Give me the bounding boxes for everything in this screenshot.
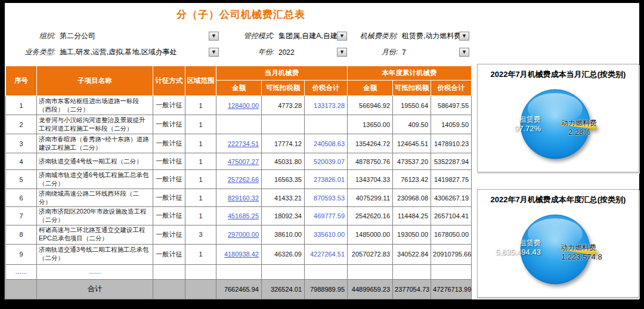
region-cell: 1: [185, 134, 216, 153]
year-total-cell: 1419827.75: [431, 170, 472, 189]
month-amount-total-cell: 7662465.94: [216, 279, 262, 299]
method-cell: 一般计征: [153, 134, 185, 153]
pie-value-fuel: 1,223,574.8: [561, 252, 602, 261]
col-header-seq: 序号: [6, 66, 37, 96]
year-filter-value[interactable]: 2022: [278, 48, 337, 57]
region-cell: 1: [185, 244, 216, 264]
pie-label-fuel: 动力燃料费: [561, 243, 596, 253]
year-amount-cell: 4075299.11: [348, 189, 393, 207]
seq-cell: 4: [6, 153, 37, 170]
month-amount-cell: 4180938.42: [216, 244, 262, 264]
table-row: 4济南轨道交通4号线一期工程（二分）一般计征1475007.2745031.80…: [6, 153, 472, 170]
project-name-cell: 龙脊河与小汉峪沟河道整治及景观提升工程河道工程施工一标段（二分）: [37, 115, 153, 134]
year-tax-cell: 124645.51: [393, 134, 431, 153]
sub-header-y-amount: 金额: [348, 81, 393, 96]
month-total-cell: 335610.00: [305, 225, 348, 244]
chevron-down-icon: ▼: [339, 50, 345, 55]
year-filter-label: 年份:: [219, 47, 278, 57]
org-dropdown-button[interactable]: ▼: [209, 32, 219, 41]
project-name-cell: 济南城市轨道交通6号线工程施工总承包（二分）: [37, 170, 153, 189]
year-amount-cell: 4878750.76: [348, 153, 393, 170]
month-grand-total-cell: 7988989.95: [305, 279, 348, 299]
month-total-cell: 469777.59: [305, 207, 348, 225]
method-cell: 一般计征: [153, 207, 185, 225]
month-total-cell: 133173.28: [305, 96, 348, 115]
col-header-method: 计征方式: [153, 66, 185, 96]
chevron-down-icon: ▼: [462, 50, 467, 55]
month-total-cell: 273826.01: [305, 170, 348, 189]
fee-type-dropdown-button[interactable]: ▼: [459, 32, 469, 41]
region-cell: 1: [185, 153, 216, 170]
method-cell: [153, 264, 185, 279]
sub-header-y-tax: 可抵扣税额: [393, 81, 431, 96]
month-amount-link[interactable]: 4180938.42: [224, 251, 259, 258]
month-filter-value[interactable]: 7: [402, 48, 459, 57]
method-cell: [153, 279, 185, 299]
month-tax-cell: [262, 264, 305, 279]
year-tax-cell: 193050.00: [393, 225, 431, 244]
project-name-cell: ……: [37, 264, 153, 279]
table-row: 8柯诸高速与二环北路互通立交建设工程EPC总承包项目（二分）一般计征329700…: [6, 225, 472, 244]
total-label-cell: 合计: [37, 279, 153, 299]
pie-value-rental: 97.72%: [515, 124, 541, 133]
sub-header-m-amount: 金额: [216, 81, 262, 96]
month-tax-cell: 45031.80: [262, 153, 305, 170]
region-cell: 3: [185, 225, 216, 244]
month-amount-link[interactable]: 257262.66: [228, 176, 259, 183]
project-name-cell: 济南市东客站枢纽进出场道路一标段（西段）（二分）: [37, 96, 153, 115]
fee-type-filter-value[interactable]: 租赁费,动力燃料费: [402, 31, 459, 41]
year-total-cell: 586497.55: [431, 96, 472, 115]
org-filter-value[interactable]: 第二分公司: [60, 31, 209, 41]
month-amount-link[interactable]: 475007.27: [228, 158, 259, 165]
ellipsis-row: …………: [6, 264, 472, 279]
group-header-year: 本年度累计机械费: [348, 66, 472, 81]
sub-header-m-tax: 可抵扣税额: [262, 81, 305, 96]
method-cell: 一般计征: [153, 153, 185, 170]
biz-type-dropdown-button[interactable]: ▼: [209, 48, 219, 57]
month-amount-link[interactable]: 829160.32: [228, 194, 259, 202]
seq-cell: 5: [6, 170, 37, 189]
month-tax-cell: 41433.21: [262, 189, 305, 207]
chevron-down-icon: ▼: [462, 33, 467, 39]
year-amount-cell: 566946.92: [348, 96, 393, 115]
region-cell: 1: [185, 207, 216, 225]
month-total-cell: 870593.53: [305, 189, 348, 207]
col-header-region: 区域范围: [185, 66, 216, 96]
table-row: 7济南市济阳区2020年市政设施改造工程（二分）一般计征1451685.2518…: [6, 207, 472, 225]
page-title: 分（子）公司机械费汇总表: [5, 8, 477, 21]
month-tax-cell: 38610.00: [262, 225, 305, 244]
fee-type-filter-label: 机械费类别:: [347, 31, 402, 41]
year-tax-cell: [393, 264, 431, 279]
biz-type-filter-value[interactable]: 施工,研发,运营,虚拟,基地,区域办事处: [60, 47, 209, 57]
year-amount-cell: 1485000.00: [348, 225, 393, 244]
mode-dropdown-button[interactable]: ▼: [337, 32, 347, 41]
year-dropdown-button[interactable]: ▼: [337, 48, 347, 57]
month-total-cell: 520039.07: [305, 153, 348, 170]
region-cell: 1: [185, 115, 216, 134]
year-amount-cell: 1354264.72: [348, 134, 393, 153]
month-amount-link[interactable]: 128400.00: [228, 102, 259, 109]
month-amount-cell: 128400.00: [216, 96, 262, 115]
year-tax-cell: 473537.20: [393, 153, 431, 170]
method-cell: 一般计征: [153, 244, 185, 264]
month-amount-link[interactable]: 451685.25: [228, 212, 259, 220]
pie-label-fuel: 动力燃料费: [561, 118, 597, 128]
month-amount-link[interactable]: 297000.00: [228, 231, 259, 238]
year-amount-total-cell: 44899659.23: [348, 279, 393, 299]
month-dropdown-button[interactable]: ▼: [459, 48, 469, 57]
machinery-fee-table: 序号 子项目名称 计征方式 区域范围 当月机械费 本年度累计机械费 金额 可抵扣…: [5, 66, 472, 299]
sub-header-y-total: 价税合计: [431, 81, 472, 96]
month-total-cell: [305, 264, 348, 279]
pie-chart-panel-month: 2022年7月机械费成本当月汇总(按类别) 租赁费 97.72% 动: [477, 64, 639, 172]
month-amount-cell: 297000.00: [216, 225, 262, 244]
filter-row-2: 业务类型: 施工,研发,运营,虚拟,基地,区域办事处 ▼ 年份: 2022 ▼ …: [11, 44, 482, 60]
filter-row-1: 组织: 第二分公司 ▼ 管控模式: 集团属,自建A,自建B ▼ 机械费类别: 租…: [11, 28, 482, 44]
table-row: 3济南市春暄路（春秀路~经十东路）道路建设工程施工（二分）一般计征1222734…: [6, 134, 472, 153]
month-amount-cell: 829160.32: [216, 189, 262, 207]
chevron-down-icon: ▼: [211, 33, 216, 39]
filter-bar: 组织: 第二分公司 ▼ 管控模式: 集团属,自建A,自建B ▼ 机械费类别: 租…: [11, 28, 482, 60]
month-amount-link[interactable]: 222734.51: [228, 140, 259, 147]
mode-filter-value[interactable]: 集团属,自建A,自建B: [278, 31, 337, 41]
sub-header-m-total: 价税合计: [305, 81, 348, 96]
pie-chart-year: [478, 190, 639, 297]
